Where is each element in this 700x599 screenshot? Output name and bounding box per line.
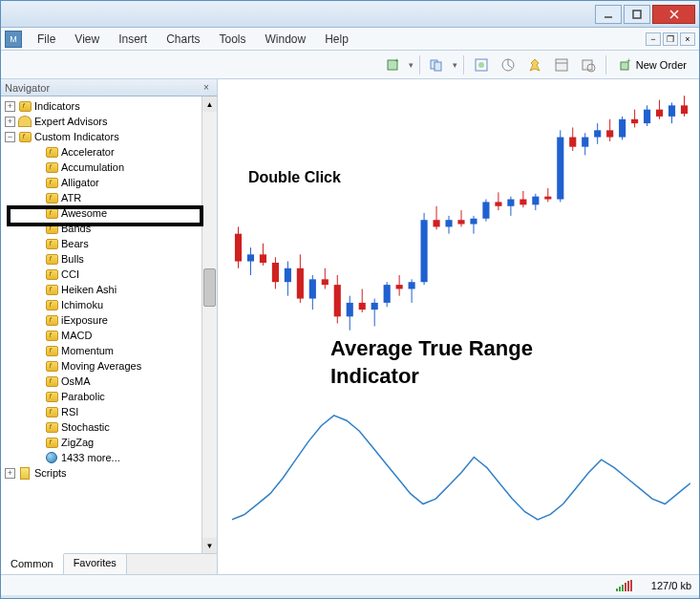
candlestick-chart [232,89,690,337]
tree-expander[interactable]: + [5,468,15,479]
tree-item-label: Momentum [61,345,114,356]
navigator-close-button[interactable]: × [200,81,213,95]
profiles-button[interactable] [426,54,449,75]
indicator-title-annotation: Average True Range Indicator [330,335,533,390]
terminal-button[interactable] [523,54,546,75]
data-window-button[interactable] [550,54,573,75]
atr-line-chart [232,395,690,538]
navigator-header: Navigator × [1,79,217,96]
svg-rect-66 [520,200,526,205]
tree-item-moving-averages[interactable]: Moving Averages [1,358,217,374]
tree-expander[interactable]: + [5,117,15,127]
maximize-window-button[interactable] [624,5,650,24]
new-order-icon: + [619,58,632,72]
svg-rect-74 [569,138,576,147]
tree-item-label: Awesome [61,207,107,219]
tree-item-accelerator[interactable]: Accelerator [1,144,217,160]
folder-icon [45,313,58,327]
folder-icon [45,329,58,342]
tab-favorites[interactable]: Favorites [64,554,127,574]
tree-item-scripts[interactable]: +Scripts [1,465,217,481]
new-order-button[interactable]: + New Order [612,55,693,75]
tab-common[interactable]: Common [1,553,64,574]
tree-item-label: Custom Indicators [34,131,119,142]
market-watch-button[interactable] [470,54,493,75]
tree-item-cci[interactable]: CCI [1,267,217,282]
inner-restore-button[interactable]: ❐ [663,32,678,46]
menu-view[interactable]: View [65,30,109,49]
svg-rect-46 [396,285,403,289]
inner-close-button[interactable]: × [680,32,695,46]
toolbar: + ▾ ▾ + New Order [1,51,699,79]
tree-item-indicators[interactable]: +Indicators [1,98,217,114]
folder-icon [45,390,58,403]
menu-insert[interactable]: Insert [109,30,157,49]
tree-item-ichimoku[interactable]: Ichimoku [1,297,217,312]
tree-item-more[interactable]: 1433 more... [1,450,217,465]
tree-item-zigzag[interactable]: ZigZag [1,435,217,450]
tree-item-iexposure[interactable]: iExposure [1,312,217,328]
tree-item-label: Bears [61,238,89,249]
tree-item-alligator[interactable]: Alligator [1,175,217,190]
tree-item-bears[interactable]: Bears [1,236,217,251]
svg-rect-32 [309,279,316,298]
scroll-down-button[interactable]: ▼ [202,538,217,553]
tree-item-label: Heiken Ashi [61,284,117,295]
folder-icon [45,344,58,357]
tree-item-bulls[interactable]: Bulls [1,251,217,267]
scroll-up-button[interactable]: ▲ [202,96,217,112]
tree-item-parabolic[interactable]: Parabolic [1,389,217,404]
close-window-button[interactable] [652,5,695,24]
svg-rect-38 [347,303,353,316]
tree-item-osma[interactable]: OsMA [1,374,217,389]
connection-signal-icon [616,580,632,591]
svg-rect-82 [619,119,626,138]
tree-item-momentum[interactable]: Momentum [1,343,217,358]
globe-icon [45,451,58,464]
tree-item-label: Stochastic [61,421,110,433]
svg-rect-72 [557,138,563,200]
tree-item-expert-advisors[interactable]: +Expert Advisors [1,114,217,129]
tree-item-awesome[interactable]: Awesome [1,205,217,221]
chart-area[interactable]: Double Click Average True Range Indicato… [218,79,699,574]
navigator-panel: Navigator × +Indicators+Expert Advisors−… [1,79,218,574]
tree-expander[interactable]: − [5,132,15,142]
tree-item-custom-indicators[interactable]: −Custom Indicators [1,129,217,144]
tree-item-label: Ichimoku [61,299,103,310]
svg-rect-28 [285,268,291,282]
new-chart-button[interactable]: + [382,54,405,75]
navigator-button[interactable] [497,54,520,75]
svg-rect-40 [359,303,366,310]
svg-rect-78 [594,130,601,137]
tree-item-heiken-ashi[interactable]: Heiken Ashi [1,282,217,297]
tree-item-label: CCI [61,268,79,280]
tree-item-atr[interactable]: ATR [1,190,217,205]
svg-rect-34 [322,279,329,285]
tree-item-bands[interactable]: Bands [1,221,217,236]
navigator-tabs: Common Favorites [1,553,217,574]
tree-item-label: RSI [61,406,78,417]
folder-icon [45,160,58,174]
menu-window[interactable]: Window [256,30,316,49]
menu-tools[interactable]: Tools [210,30,256,49]
svg-rect-26 [272,263,279,282]
tree-item-label: Moving Averages [61,360,141,372]
tree-item-macd[interactable]: MACD [1,328,217,343]
expert-icon [18,115,32,128]
tree-item-accumulation[interactable]: Accumulation [1,160,217,175]
folder-icon [45,237,58,250]
minimize-window-button[interactable] [595,5,622,24]
tree-item-stochastic[interactable]: Stochastic [1,419,217,435]
menu-help[interactable]: Help [315,30,358,49]
tree-item-rsi[interactable]: RSI [1,404,217,419]
svg-rect-58 [470,219,477,225]
tree-scrollbar[interactable]: ▲ ▼ [202,96,217,553]
inner-minimize-button[interactable]: − [646,32,661,46]
scroll-thumb[interactable] [203,268,216,307]
menu-charts[interactable]: Charts [157,30,209,49]
tree-expander[interactable]: + [5,101,15,112]
menu-file[interactable]: File [28,30,65,49]
strategy-tester-button[interactable] [577,54,600,75]
svg-rect-36 [334,285,341,316]
svg-point-9 [478,62,484,68]
